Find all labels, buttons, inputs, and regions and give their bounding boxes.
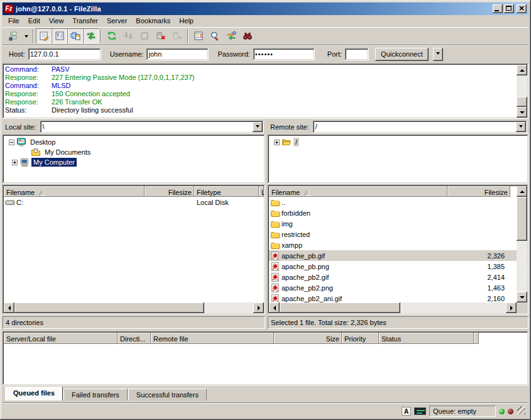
refresh-button[interactable] (104, 28, 120, 43)
directory-comparison-button[interactable] (190, 28, 207, 43)
maximize-button[interactable] (504, 4, 514, 13)
message-log: Command: PASV Response: 227 Entering Pas… (3, 64, 528, 119)
tree-item-my-documents[interactable]: My Documents (4, 147, 264, 157)
queue-column-remote-file[interactable]: Remote file (151, 333, 274, 344)
remote-file-row[interactable]: img (269, 218, 517, 229)
cancel-button[interactable] (136, 28, 153, 43)
scroll-down-button[interactable] (517, 107, 527, 118)
tree-item-root[interactable]: / (269, 137, 527, 147)
menu-item[interactable]: Bookmarks (131, 16, 175, 26)
menu-item[interactable]: File (4, 16, 24, 26)
queue-column-size[interactable]: Size (274, 333, 342, 344)
queue-tab[interactable]: Failed transfers (63, 389, 128, 401)
host-input[interactable] (28, 48, 101, 60)
queue-body (4, 344, 527, 384)
filezilla-app-icon: Fz (4, 4, 13, 13)
process-queue-button[interactable] (120, 28, 136, 43)
scroll-thumb[interactable] (517, 97, 527, 107)
log-vertical-scrollbar[interactable] (517, 65, 527, 118)
menu-item[interactable]: Transfer (68, 16, 102, 26)
scroll-up-button[interactable] (517, 186, 527, 197)
remote-file-row[interactable]: .. (269, 197, 517, 207)
remote-site-dropdown-button[interactable] (516, 122, 526, 132)
remote-site-combobox[interactable]: / (313, 121, 527, 133)
menu-item[interactable]: Server (102, 16, 131, 26)
local-site-combobox[interactable]: \ (40, 121, 264, 133)
quickconnect-dropdown-button[interactable] (433, 48, 443, 61)
toggle-remote-tree-button[interactable] (67, 28, 83, 43)
queue-tab[interactable]: Queued files (5, 387, 63, 401)
resize-grip[interactable] (517, 406, 525, 414)
port-label: Port: (327, 50, 342, 58)
collapse-expander-icon[interactable] (9, 140, 14, 145)
local-column-lastmodified[interactable]: L (259, 186, 264, 197)
remote-file-row[interactable]: apache_pb2.png 1,463 (269, 282, 517, 293)
toggle-local-tree-button[interactable] (52, 28, 67, 43)
password-input[interactable] (253, 48, 315, 60)
port-input[interactable] (345, 48, 369, 60)
local-file-row[interactable]: C: Local Disk (4, 197, 264, 207)
remote-file-row[interactable]: restricted (269, 229, 517, 240)
scroll-left-button[interactable] (269, 302, 280, 313)
remote-column-filesize[interactable]: Filesize (447, 186, 510, 197)
remote-horizontal-scrollbar[interactable] (269, 302, 517, 313)
toggle-remote-tree-icon (70, 31, 80, 41)
remote-column-filename[interactable]: Filename (269, 186, 447, 197)
filter-button[interactable] (239, 28, 256, 43)
menu-item[interactable]: Edit (24, 16, 45, 26)
menu-item[interactable]: Help (175, 16, 198, 26)
queue-column-priority[interactable]: Priority (342, 333, 379, 344)
remote-file-row[interactable]: apache_pb2_ani.gif 2,160 (269, 293, 517, 302)
remote-file-row[interactable]: apache_pb2.gif 2,414 (269, 272, 517, 282)
local-site-label: Local site: (4, 123, 40, 131)
local-site-dropdown-button[interactable] (253, 122, 263, 132)
remote-vertical-scrollbar[interactable] (517, 186, 527, 302)
scroll-down-button[interactable] (517, 292, 527, 302)
queue-column-server-local-file[interactable]: Server/Local file (4, 333, 118, 344)
tree-item-label: Desktop (28, 138, 57, 146)
queue-column-status[interactable]: Status (379, 333, 474, 344)
reconnect-button[interactable] (169, 28, 185, 43)
arrow-up-icon (520, 188, 525, 193)
local-horizontal-scrollbar[interactable] (4, 302, 264, 313)
username-input[interactable] (146, 48, 209, 60)
local-column-filetype[interactable]: Filetype (194, 186, 259, 197)
scroll-right-button[interactable] (253, 302, 264, 313)
minimize-button[interactable] (493, 4, 503, 13)
remote-file-row[interactable]: apache_pb.gif 2,326 (269, 250, 517, 261)
scroll-right-button[interactable] (506, 302, 517, 313)
remote-file-row[interactable]: xampp (269, 240, 517, 250)
toggle-queue-button[interactable] (83, 28, 99, 43)
queue-column-direction[interactable]: Directi... (118, 333, 151, 344)
site-manager-button[interactable] (5, 28, 21, 43)
synchronized-browsing-button[interactable] (223, 28, 239, 43)
tree-item-my-computer[interactable]: My Computer (4, 157, 264, 167)
menu-item[interactable]: View (45, 16, 68, 26)
queue-column-filler (474, 333, 479, 344)
find-files-button[interactable] (207, 28, 223, 43)
remote-file-row[interactable]: forbidden (269, 207, 517, 218)
queue-tab[interactable]: Successful transfers (128, 389, 207, 401)
local-column-filename[interactable]: Filename (4, 186, 145, 197)
disconnect-button[interactable] (153, 28, 169, 43)
scroll-up-button[interactable] (517, 65, 527, 75)
expand-expander-icon[interactable] (274, 140, 280, 145)
quickconnect-button[interactable]: Quickconnect (375, 48, 429, 61)
scroll-thumb[interactable] (14, 302, 204, 313)
file-type-icon (270, 251, 280, 261)
tree-item-desktop[interactable]: Desktop (4, 137, 264, 147)
toggle-log-button[interactable] (36, 28, 52, 43)
scroll-left-button[interactable] (4, 302, 14, 313)
title-bar[interactable]: Fz john@127.0.0.1 - FileZilla ✕ (3, 3, 528, 15)
site-manager-dropdown-button[interactable] (21, 28, 31, 43)
close-button[interactable]: ✕ (517, 4, 527, 13)
log-entry: Command: PASV (5, 65, 515, 74)
remote-file-row[interactable]: apache_pb.png 1,385 (269, 261, 517, 272)
log-entry: Response: 150 Connection accepted (5, 90, 515, 98)
file-type-icon (270, 294, 280, 303)
minimize-icon (495, 10, 499, 11)
scroll-thumb[interactable] (517, 197, 527, 241)
local-column-filesize[interactable]: Filesize (145, 186, 194, 197)
scroll-thumb[interactable] (280, 302, 400, 313)
expand-expander-icon[interactable] (12, 160, 18, 165)
